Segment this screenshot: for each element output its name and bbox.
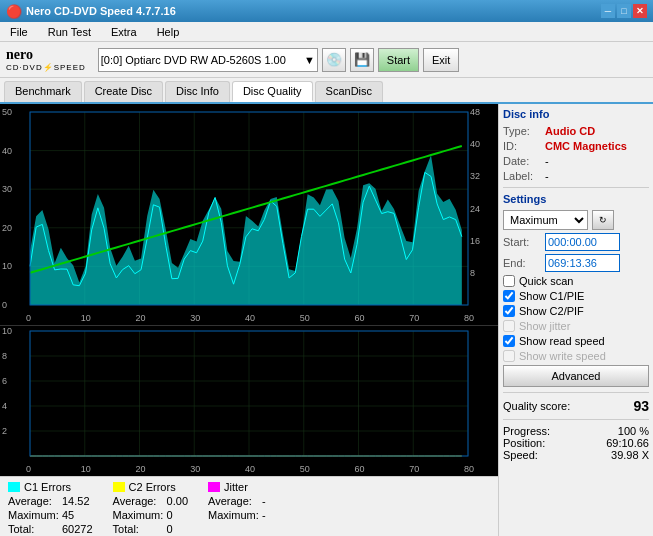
show-read-speed-checkbox[interactable] (503, 335, 515, 347)
menu-run-test[interactable]: Run Test (42, 24, 97, 40)
c2-total-value: 0 (167, 523, 173, 535)
c1-max-label: Maximum: (8, 509, 58, 521)
tab-scan-disc[interactable]: ScanDisc (315, 81, 383, 102)
end-time-input[interactable] (545, 254, 620, 272)
disc-date-row: Date: - (503, 155, 649, 167)
show-read-speed-row: Show read speed (503, 335, 649, 347)
show-jitter-checkbox[interactable] (503, 320, 515, 332)
settings-title: Settings (503, 193, 649, 205)
tab-disc-quality[interactable]: Disc Quality (232, 81, 313, 102)
speed-value: 39.98 X (611, 449, 649, 461)
menu-extra[interactable]: Extra (105, 24, 143, 40)
top-chart-area (0, 104, 498, 326)
c1-swatch (8, 482, 20, 492)
disc-type-label: Type: (503, 125, 541, 137)
progress-row: Progress: 100 % (503, 425, 649, 437)
c2-label: C2 Errors (129, 481, 176, 493)
top-chart (0, 104, 498, 325)
disc-id-label: ID: (503, 140, 541, 152)
title-bar: 🔴 Nero CD-DVD Speed 4.7.7.16 ─ □ ✕ (0, 0, 653, 22)
show-c2-row: Show C2/PIF (503, 305, 649, 317)
c2-max-label: Maximum: (113, 509, 163, 521)
menu-file[interactable]: File (4, 24, 34, 40)
divider-3 (503, 419, 649, 420)
side-panel: Disc info Type: Audio CD ID: CMC Magneti… (498, 104, 653, 536)
bottom-chart-area (0, 326, 498, 476)
quality-score-value: 93 (633, 398, 649, 414)
drive-dropdown-icon: ▼ (304, 54, 315, 66)
drive-selector[interactable]: [0:0] Optiarc DVD RW AD-5260S 1.00 ▼ (98, 48, 318, 72)
quick-scan-checkbox[interactable] (503, 275, 515, 287)
legend-c1: C1 Errors Average: 14.52 Maximum: 45 Tot… (8, 481, 93, 532)
progress-label: Progress: (503, 425, 550, 437)
speed-selector[interactable]: Maximum 4x 8x (503, 210, 588, 230)
c1-max-value: 45 (62, 509, 74, 521)
menu-help[interactable]: Help (151, 24, 186, 40)
minimize-button[interactable]: ─ (601, 4, 615, 18)
toolbar: nero CD·DVD⚡SPEED [0:0] Optiarc DVD RW A… (0, 42, 653, 78)
nero-logo: nero CD·DVD⚡SPEED (6, 47, 86, 72)
c1-avg-label: Average: (8, 495, 58, 507)
jitter-avg-label: Average: (208, 495, 258, 507)
disc-type-row: Type: Audio CD (503, 125, 649, 137)
jitter-avg-value: - (262, 495, 266, 507)
jitter-max-value: - (262, 509, 266, 521)
position-value: 69:10.66 (606, 437, 649, 449)
divider-2 (503, 392, 649, 393)
speed-row: Speed: 39.98 X (503, 449, 649, 461)
end-time-row: End: (503, 254, 649, 272)
disc-icon[interactable]: 💿 (322, 48, 346, 72)
quality-score-row: Quality score: 93 (503, 398, 649, 414)
jitter-swatch (208, 482, 220, 492)
position-label: Position: (503, 437, 545, 449)
jitter-max-label: Maximum: (208, 509, 258, 521)
c1-avg-value: 14.52 (62, 495, 90, 507)
show-jitter-label: Show jitter (519, 320, 570, 332)
disc-label-label: Label: (503, 170, 541, 182)
c2-swatch (113, 482, 125, 492)
quick-scan-row: Quick scan (503, 275, 649, 287)
position-row: Position: 69:10.66 (503, 437, 649, 449)
menu-bar: File Run Test Extra Help (0, 22, 653, 42)
legend-area: C1 Errors Average: 14.52 Maximum: 45 Tot… (0, 476, 498, 536)
show-write-speed-checkbox[interactable] (503, 350, 515, 362)
start-time-row: Start: (503, 233, 649, 251)
end-time-label: End: (503, 257, 541, 269)
jitter-label: Jitter (224, 481, 248, 493)
speed-row: Maximum 4x 8x ↻ (503, 210, 649, 230)
advanced-button[interactable]: Advanced (503, 365, 649, 387)
reload-icon[interactable]: 💾 (350, 48, 374, 72)
tab-benchmark[interactable]: Benchmark (4, 81, 82, 102)
main-content: C1 Errors Average: 14.52 Maximum: 45 Tot… (0, 104, 653, 536)
start-button[interactable]: Start (378, 48, 419, 72)
c1-total-label: Total: (8, 523, 58, 535)
maximize-button[interactable]: □ (617, 4, 631, 18)
quality-score-label: Quality score: (503, 400, 570, 412)
c2-avg-label: Average: (113, 495, 163, 507)
speed-label: Speed: (503, 449, 538, 461)
progress-value: 100 % (618, 425, 649, 437)
show-c2-checkbox[interactable] (503, 305, 515, 317)
show-c1-row: Show C1/PIE (503, 290, 649, 302)
tab-bar: Benchmark Create Disc Disc Info Disc Qua… (0, 78, 653, 104)
disc-label-row: Label: - (503, 170, 649, 182)
exit-button[interactable]: Exit (423, 48, 459, 72)
refresh-button[interactable]: ↻ (592, 210, 614, 230)
app-icon: 🔴 (6, 4, 22, 19)
tab-disc-info[interactable]: Disc Info (165, 81, 230, 102)
show-c1-label: Show C1/PIE (519, 290, 584, 302)
show-write-speed-row: Show write speed (503, 350, 649, 362)
tab-create-disc[interactable]: Create Disc (84, 81, 163, 102)
show-c2-label: Show C2/PIF (519, 305, 584, 317)
close-button[interactable]: ✕ (633, 4, 647, 18)
disc-id-row: ID: CMC Magnetics (503, 140, 649, 152)
show-c1-checkbox[interactable] (503, 290, 515, 302)
c2-avg-value: 0.00 (167, 495, 188, 507)
show-read-speed-label: Show read speed (519, 335, 605, 347)
start-time-input[interactable] (545, 233, 620, 251)
quick-scan-label: Quick scan (519, 275, 573, 287)
divider-1 (503, 187, 649, 188)
c1-label: C1 Errors (24, 481, 71, 493)
legend-jitter: Jitter Average: - Maximum: - (208, 481, 266, 532)
start-time-label: Start: (503, 236, 541, 248)
